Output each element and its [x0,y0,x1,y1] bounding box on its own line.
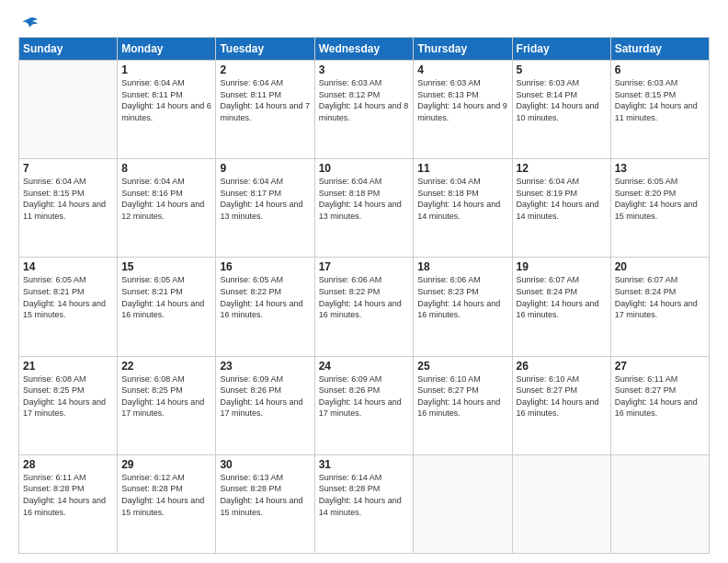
weekday-header-tuesday: Tuesday [216,38,314,61]
day-info: Sunrise: 6:04 AMSunset: 8:15 PMDaylight:… [23,176,113,222]
calendar-cell: 5Sunrise: 6:03 AMSunset: 8:14 PMDaylight… [512,61,610,159]
day-number: 7 [23,162,113,175]
weekday-header-friday: Friday [512,38,610,61]
day-number: 14 [23,260,113,273]
calendar-cell: 12Sunrise: 6:04 AMSunset: 8:19 PMDayligh… [512,159,610,258]
weekday-header-thursday: Thursday [414,38,512,61]
calendar-cell: 9Sunrise: 6:04 AMSunset: 8:17 PMDaylight… [216,159,314,258]
day-info: Sunrise: 6:13 AMSunset: 8:28 PMDaylight:… [220,472,310,518]
day-info: Sunrise: 6:04 AMSunset: 8:16 PMDaylight:… [121,176,211,222]
day-number: 18 [417,260,507,273]
calendar-cell: 28Sunrise: 6:11 AMSunset: 8:28 PMDayligh… [19,454,118,553]
day-number: 1 [121,63,211,76]
calendar-week-row: 21Sunrise: 6:08 AMSunset: 8:25 PMDayligh… [19,356,710,454]
day-number: 8 [121,162,211,175]
calendar-cell: 19Sunrise: 6:07 AMSunset: 8:24 PMDayligh… [512,258,610,356]
logo [18,17,39,31]
day-info: Sunrise: 6:04 AMSunset: 8:19 PMDaylight:… [517,176,607,222]
day-number: 4 [417,63,507,76]
calendar-cell: 16Sunrise: 6:05 AMSunset: 8:22 PMDayligh… [216,258,314,356]
calendar-cell: 26Sunrise: 6:10 AMSunset: 8:27 PMDayligh… [512,356,610,454]
calendar-table: SundayMondayTuesdayWednesdayThursdayFrid… [18,37,710,554]
day-info: Sunrise: 6:05 AMSunset: 8:21 PMDaylight:… [23,274,113,320]
calendar-cell: 27Sunrise: 6:11 AMSunset: 8:27 PMDayligh… [610,356,709,454]
day-info: Sunrise: 6:09 AMSunset: 8:26 PMDaylight:… [319,373,410,419]
calendar-cell: 21Sunrise: 6:08 AMSunset: 8:25 PMDayligh… [19,356,118,454]
day-number: 26 [517,360,607,373]
day-number: 25 [417,360,507,373]
calendar-cell: 18Sunrise: 6:06 AMSunset: 8:23 PMDayligh… [414,258,512,356]
day-info: Sunrise: 6:10 AMSunset: 8:27 PMDaylight:… [517,373,607,419]
calendar-cell: 13Sunrise: 6:05 AMSunset: 8:20 PMDayligh… [610,159,709,258]
weekday-header-sunday: Sunday [19,38,118,61]
day-number: 20 [615,260,705,273]
day-number: 23 [220,360,310,373]
day-number: 27 [615,360,705,373]
day-info: Sunrise: 6:05 AMSunset: 8:22 PMDaylight:… [220,274,310,320]
weekday-header-row: SundayMondayTuesdayWednesdayThursdayFrid… [19,38,710,61]
day-number: 29 [121,458,211,471]
day-number: 9 [220,162,310,175]
day-number: 11 [417,162,507,175]
calendar-cell: 6Sunrise: 6:03 AMSunset: 8:15 PMDaylight… [610,61,709,159]
calendar-cell: 30Sunrise: 6:13 AMSunset: 8:28 PMDayligh… [216,454,314,553]
day-info: Sunrise: 6:04 AMSunset: 8:17 PMDaylight:… [220,176,310,222]
calendar-cell: 8Sunrise: 6:04 AMSunset: 8:16 PMDaylight… [118,159,216,258]
day-info: Sunrise: 6:03 AMSunset: 8:12 PMDaylight:… [319,77,410,123]
calendar-week-row: 28Sunrise: 6:11 AMSunset: 8:28 PMDayligh… [19,454,710,553]
header [18,17,710,31]
day-number: 6 [615,63,705,76]
day-number: 3 [319,63,410,76]
calendar-cell [610,454,709,553]
calendar-cell: 24Sunrise: 6:09 AMSunset: 8:26 PMDayligh… [314,356,414,454]
calendar-cell: 23Sunrise: 6:09 AMSunset: 8:26 PMDayligh… [216,356,314,454]
day-info: Sunrise: 6:08 AMSunset: 8:25 PMDaylight:… [23,373,113,419]
day-info: Sunrise: 6:10 AMSunset: 8:27 PMDaylight:… [417,373,507,419]
day-number: 24 [319,360,410,373]
calendar-cell: 29Sunrise: 6:12 AMSunset: 8:28 PMDayligh… [118,454,216,553]
calendar-cell: 20Sunrise: 6:07 AMSunset: 8:24 PMDayligh… [610,258,709,356]
day-info: Sunrise: 6:12 AMSunset: 8:28 PMDaylight:… [121,472,211,518]
day-number: 16 [220,260,310,273]
day-info: Sunrise: 6:09 AMSunset: 8:26 PMDaylight:… [220,373,310,419]
day-info: Sunrise: 6:07 AMSunset: 8:24 PMDaylight:… [615,274,705,320]
day-info: Sunrise: 6:05 AMSunset: 8:20 PMDaylight:… [615,176,705,222]
calendar-cell: 3Sunrise: 6:03 AMSunset: 8:12 PMDaylight… [314,61,414,159]
day-info: Sunrise: 6:05 AMSunset: 8:21 PMDaylight:… [121,274,211,320]
day-info: Sunrise: 6:14 AMSunset: 8:28 PMDaylight:… [319,472,410,518]
calendar-cell [19,61,118,159]
day-info: Sunrise: 6:11 AMSunset: 8:27 PMDaylight:… [615,373,705,419]
calendar-week-row: 14Sunrise: 6:05 AMSunset: 8:21 PMDayligh… [19,258,710,356]
day-info: Sunrise: 6:11 AMSunset: 8:28 PMDaylight:… [23,472,113,518]
day-info: Sunrise: 6:03 AMSunset: 8:13 PMDaylight:… [417,77,507,123]
weekday-header-saturday: Saturday [610,38,709,61]
day-info: Sunrise: 6:04 AMSunset: 8:18 PMDaylight:… [319,176,410,222]
calendar-cell: 1Sunrise: 6:04 AMSunset: 8:11 PMDaylight… [118,61,216,159]
day-number: 17 [319,260,410,273]
day-number: 2 [220,63,310,76]
calendar-week-row: 7Sunrise: 6:04 AMSunset: 8:15 PMDaylight… [19,159,710,258]
calendar-cell: 25Sunrise: 6:10 AMSunset: 8:27 PMDayligh… [414,356,512,454]
day-number: 5 [517,63,607,76]
weekday-header-monday: Monday [118,38,216,61]
day-info: Sunrise: 6:06 AMSunset: 8:23 PMDaylight:… [417,274,507,320]
day-number: 28 [23,458,113,471]
calendar-cell: 15Sunrise: 6:05 AMSunset: 8:21 PMDayligh… [118,258,216,356]
day-info: Sunrise: 6:04 AMSunset: 8:11 PMDaylight:… [121,77,211,123]
calendar-week-row: 1Sunrise: 6:04 AMSunset: 8:11 PMDaylight… [19,61,710,159]
day-number: 19 [517,260,607,273]
logo-bird-icon [20,17,39,31]
day-info: Sunrise: 6:04 AMSunset: 8:11 PMDaylight:… [220,77,310,123]
day-number: 12 [517,162,607,175]
day-number: 15 [121,260,211,273]
calendar-cell: 22Sunrise: 6:08 AMSunset: 8:25 PMDayligh… [118,356,216,454]
calendar-cell: 4Sunrise: 6:03 AMSunset: 8:13 PMDaylight… [414,61,512,159]
calendar-cell: 17Sunrise: 6:06 AMSunset: 8:22 PMDayligh… [314,258,414,356]
calendar-cell: 14Sunrise: 6:05 AMSunset: 8:21 PMDayligh… [19,258,118,356]
calendar-cell: 10Sunrise: 6:04 AMSunset: 8:18 PMDayligh… [314,159,414,258]
day-info: Sunrise: 6:03 AMSunset: 8:15 PMDaylight:… [615,77,705,123]
calendar-cell: 7Sunrise: 6:04 AMSunset: 8:15 PMDaylight… [19,159,118,258]
calendar-cell: 2Sunrise: 6:04 AMSunset: 8:11 PMDaylight… [216,61,314,159]
calendar-cell [414,454,512,553]
day-number: 21 [23,360,113,373]
